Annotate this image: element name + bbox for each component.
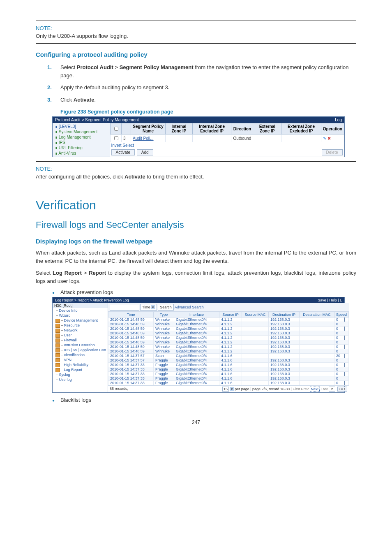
note-label-2: NOTE: bbox=[36, 166, 356, 172]
ss2-nav-item[interactable]: High Reliability bbox=[53, 362, 108, 367]
table-row[interactable]: 2010-01-15 14:37:57FraggleGigabitEtherne… bbox=[108, 358, 349, 363]
table-cell bbox=[242, 345, 269, 349]
invert-select-link[interactable]: Invert Select bbox=[111, 143, 134, 148]
delete-icon[interactable]: ✖ bbox=[327, 136, 331, 141]
ss2-th[interactable]: Type bbox=[154, 312, 174, 317]
bullet-dot-icon-2: ● bbox=[52, 398, 55, 403]
pager-next[interactable]: Next bbox=[310, 387, 320, 392]
table-row[interactable]: 2010-01-15 14:48:59WinnukeGigabitEtherne… bbox=[108, 331, 349, 336]
table-cell: 0 bbox=[334, 340, 349, 345]
ss2-th[interactable]: Interface bbox=[174, 312, 219, 317]
ss1-log-link[interactable]: Log bbox=[335, 118, 342, 122]
table-cell: 4.1.1.6 bbox=[219, 376, 242, 381]
table-cell: Winnuke bbox=[154, 327, 174, 331]
advanced-search-link[interactable]: Advanced Search bbox=[175, 305, 204, 309]
ss2-th[interactable]: Time bbox=[108, 312, 154, 317]
table-row[interactable]: 2010-01-15 14:37:33FraggleGigabitEtherne… bbox=[108, 367, 349, 372]
ss2-nav-item[interactable]: Device Management bbox=[53, 318, 108, 323]
table-row[interactable]: 2010-01-15 14:37:57ScanGigabitEthernet0/… bbox=[108, 354, 349, 358]
table-row[interactable]: 2010-01-15 14:48:59WinnukeGigabitEtherne… bbox=[108, 327, 349, 331]
pager-go-button[interactable]: GO bbox=[337, 387, 347, 392]
ss2-nav-item[interactable]: Identification bbox=[53, 352, 108, 357]
ss2-nav-item[interactable]: Intrusion Detection bbox=[53, 343, 108, 348]
table-cell: 192.168.0.3 bbox=[269, 349, 300, 354]
search-input[interactable] bbox=[110, 304, 139, 311]
ss2-body: 2010-01-15 14:48:59WinnukeGigabitEtherne… bbox=[108, 317, 349, 385]
ss1-data-row[interactable]: 3 Audit Poli... Outbound ✎ ✖ bbox=[111, 134, 344, 142]
ss2-th[interactable]: Source MAC bbox=[242, 312, 269, 317]
row-checkbox[interactable] bbox=[114, 136, 118, 140]
table-cell: GigabitEthernet0/4 bbox=[174, 322, 219, 327]
table-cell: 0 bbox=[334, 376, 349, 381]
ss2-th[interactable]: Destination IP bbox=[269, 312, 300, 317]
table-cell: 192.168.0.3 bbox=[269, 345, 300, 349]
ss1-nav-item[interactable]: ∎ Anti-Virus bbox=[53, 151, 109, 156]
ss2-nav-item[interactable]: IPS | AV | Application Con bbox=[53, 348, 108, 352]
ss1-nav-item[interactable]: ∎ Log Management bbox=[53, 134, 109, 140]
ss2-nav-item[interactable]: Network bbox=[53, 328, 108, 333]
pager-page-input[interactable]: 2 bbox=[329, 387, 335, 392]
para-display-2: Select Log Report > Report to display th… bbox=[36, 269, 356, 285]
table-row[interactable]: 2010-01-15 14:37:33FraggleGigabitEtherne… bbox=[108, 363, 349, 367]
ss2-right-links[interactable]: Save | Help | L bbox=[318, 298, 342, 302]
ss2-nav-item[interactable]: User bbox=[53, 333, 108, 338]
ss1-nav-item[interactable]: ∎ IPS bbox=[53, 140, 109, 145]
add-button[interactable]: Add bbox=[137, 149, 153, 155]
select-all-checkbox[interactable] bbox=[114, 127, 118, 131]
ss2-nav-item[interactable]: Device Info bbox=[53, 308, 108, 313]
search-field-select[interactable]: Time ▾ bbox=[140, 304, 157, 311]
ss2-nav-item[interactable]: VPN bbox=[53, 357, 108, 362]
delete-button[interactable]: Delete bbox=[322, 149, 343, 155]
table-cell: 0 bbox=[334, 317, 349, 322]
table-cell: 2010-01-15 14:48:59 bbox=[108, 331, 154, 336]
perpage-dropdown-icon[interactable]: ▾ bbox=[230, 387, 234, 391]
pager-last[interactable]: Last bbox=[321, 387, 328, 391]
ss2-nav-item[interactable]: Log Report bbox=[53, 367, 108, 372]
table-row[interactable]: 2010-01-15 14:37:33FraggleGigabitEtherne… bbox=[108, 381, 349, 385]
search-button[interactable]: Search bbox=[158, 304, 174, 311]
pager-first[interactable]: First bbox=[293, 387, 300, 391]
bullet-attack-logs: ● Attack prevention logs bbox=[60, 289, 356, 295]
ss2-nav: H3C [Root]Device InfoWizardDevice Manage… bbox=[53, 303, 108, 392]
ss2-th[interactable]: Speed bbox=[334, 312, 349, 317]
ss1-nav-item[interactable]: ∎ [LEVEL3] bbox=[53, 124, 109, 129]
bullet1-label: Attack prevention logs bbox=[60, 289, 113, 295]
ss1-nav-item[interactable]: ∎ System Management bbox=[53, 129, 109, 134]
table-row[interactable]: 2010-01-15 14:48:59WinnukeGigabitEtherne… bbox=[108, 349, 349, 354]
table-row[interactable]: 2010-01-15 14:48:59WinnukeGigabitEtherne… bbox=[108, 317, 349, 322]
activate-button[interactable]: Activate bbox=[111, 149, 135, 155]
ss2-nav-item[interactable]: Wizard bbox=[53, 313, 108, 318]
ss2-nav-item[interactable]: Userlog bbox=[53, 377, 108, 382]
table-row[interactable]: 2010-01-15 14:37:33FraggleGigabitEtherne… bbox=[108, 372, 349, 376]
table-row[interactable]: 2010-01-15 14:48:59WinnukeGigabitEtherne… bbox=[108, 336, 349, 340]
pager-perpage-val[interactable]: 15 bbox=[222, 387, 229, 392]
ss2-nav-item[interactable]: Resource bbox=[53, 323, 108, 328]
table-cell bbox=[300, 354, 334, 358]
ss1-nav-item[interactable]: ∎ URL Filtering bbox=[53, 145, 109, 151]
note2-pre: After configuring all the policies, clic… bbox=[36, 174, 125, 180]
ss1-policy-link[interactable]: Audit Poli... bbox=[133, 136, 154, 141]
table-cell bbox=[300, 317, 334, 322]
table-cell: 192.168.0.3 bbox=[269, 358, 300, 363]
folder-icon bbox=[55, 368, 60, 372]
table-row[interactable]: 2010-01-15 14:37:33FraggleGigabitEtherne… bbox=[108, 376, 349, 381]
table-row[interactable]: 2010-01-15 14:48:59WinnukeGigabitEtherne… bbox=[108, 322, 349, 327]
step-text: Segment Policy Management bbox=[120, 64, 194, 70]
ss2-nav-item[interactable]: Firewall bbox=[53, 338, 108, 343]
edit-icon[interactable]: ✎ bbox=[323, 136, 326, 141]
ss2-th[interactable]: Destination MAC bbox=[300, 312, 334, 317]
pager-prev[interactable]: Prev bbox=[301, 387, 309, 391]
table-cell: GigabitEthernet0/4 bbox=[174, 358, 219, 363]
step-text: Activate bbox=[74, 97, 95, 103]
table-row[interactable]: 2010-01-15 14:48:59WinnukeGigabitEtherne… bbox=[108, 340, 349, 345]
ss2-th[interactable]: Source IP bbox=[219, 312, 242, 317]
ss2-nav-item[interactable]: Syslog bbox=[53, 372, 108, 377]
ss2-nav-item[interactable]: H3C [Root] bbox=[53, 303, 108, 308]
table-row[interactable]: 2010-01-15 14:48:59WinnukeGigabitEtherne… bbox=[108, 345, 349, 349]
table-cell: 4.1.1.6 bbox=[219, 381, 242, 385]
p2-pre: Select bbox=[36, 270, 53, 276]
table-cell bbox=[300, 327, 334, 331]
heading-firewall-logs: Firewall logs and SecCenter analysis bbox=[36, 220, 356, 230]
table-cell: 2010-01-15 14:37:33 bbox=[108, 376, 154, 381]
heading-display-logs: Displaying logs on the firewall webpage bbox=[36, 238, 356, 245]
